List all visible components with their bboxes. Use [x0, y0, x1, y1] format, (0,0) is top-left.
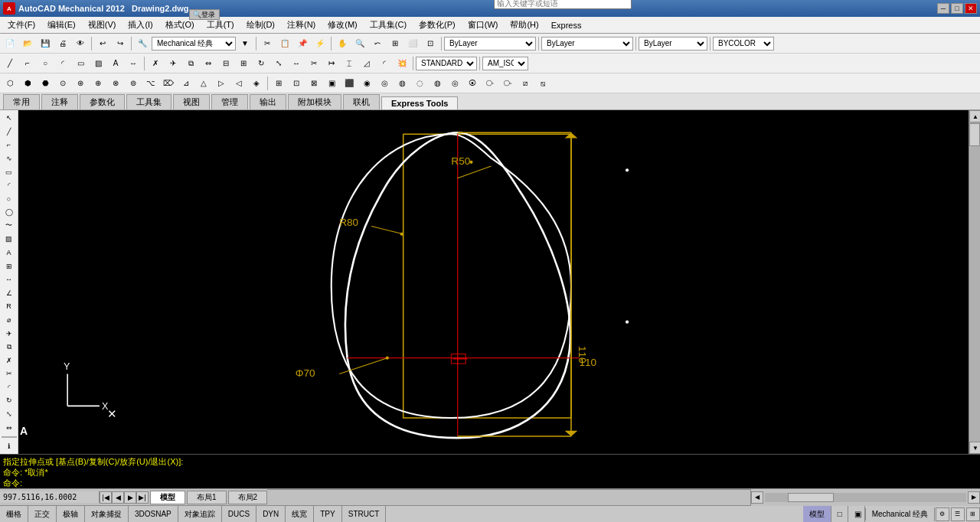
lt-spline[interactable]: 〜 [2, 220, 17, 233]
tb-zoom-win[interactable]: ⬜ [404, 35, 421, 52]
tb3-3[interactable]: ⬣ [37, 75, 54, 92]
sheet-nav-first[interactable]: |◀ [100, 491, 112, 504]
workspace-indicator[interactable]: Mechanical 经典 [865, 508, 934, 520]
tb3-30[interactable]: ⧄ [517, 75, 534, 92]
menu-file[interactable]: 文件(F) [2, 18, 41, 32]
tab-express-tools[interactable]: Express Tools [381, 96, 458, 109]
lt-text[interactable]: A [2, 246, 17, 259]
lt-3[interactable]: ∿ [2, 152, 17, 165]
status-ducs[interactable]: DUCS [222, 506, 256, 522]
tb2-move[interactable]: ✈ [165, 55, 181, 72]
menu-view[interactable]: 视图(V) [82, 18, 122, 32]
tb2-trim[interactable]: ✂ [305, 55, 322, 72]
tb2-break[interactable]: ⌶ [341, 55, 358, 72]
color-select[interactable]: BYCOLOR [713, 37, 774, 51]
horizontal-scrollbar[interactable]: ◀ ▶ [750, 489, 980, 506]
status-icon-1[interactable]: ⚙ [936, 507, 949, 521]
tb-plot-preview[interactable]: 👁 [72, 35, 89, 52]
lt-trim[interactable]: ✂ [2, 367, 17, 380]
status-lineweight[interactable]: 线宽 [286, 506, 314, 522]
tb3-23[interactable]: ◍ [394, 75, 410, 92]
lt-erase[interactable]: ✗ [2, 354, 17, 367]
status-ortho[interactable]: 正交 [28, 506, 57, 522]
tab-connect[interactable]: 联机 [343, 94, 380, 109]
hscroll-right[interactable]: ▶ [968, 491, 980, 504]
status-dyn[interactable]: DYN [256, 506, 286, 522]
lt-dim-linear[interactable]: ↔ [2, 273, 17, 286]
layer-select[interactable]: ByLayer [444, 37, 536, 51]
status-otrack[interactable]: 对象追踪 [178, 506, 222, 522]
tb3-27[interactable]: ⦿ [464, 75, 481, 92]
tb3-13[interactable]: ▷ [213, 75, 230, 92]
lineweight-select[interactable]: ByLayer [639, 37, 707, 51]
tb-zoom-prev[interactable]: ⤺ [369, 35, 386, 52]
lt-hatch[interactable]: ▨ [2, 233, 17, 246]
tb2-rect[interactable]: ▭ [72, 55, 89, 72]
tb2-explode[interactable]: 💥 [394, 55, 410, 72]
menu-format[interactable]: 格式(O) [159, 18, 201, 32]
tb3-10[interactable]: ⌦ [160, 75, 177, 92]
tb2-rotate[interactable]: ↻ [253, 55, 270, 72]
tab-tools[interactable]: 工具集 [126, 94, 172, 109]
tb3-8[interactable]: ⊚ [125, 75, 142, 92]
maximize-button[interactable]: □ [951, 3, 963, 14]
tb2-mirror[interactable]: ⇔ [200, 55, 217, 72]
tb2-extend[interactable]: ↦ [323, 55, 340, 72]
lt-rotate[interactable]: ↻ [2, 394, 17, 407]
tb2-array[interactable]: ⊞ [235, 55, 252, 72]
linetype-select[interactable]: ByLayer [541, 37, 633, 51]
menu-edit[interactable]: 编辑(E) [41, 18, 82, 32]
search-input[interactable] [494, 0, 632, 9]
command-input[interactable] [24, 478, 178, 488]
menu-draw[interactable]: 绘制(D) [240, 18, 281, 32]
tb2-chamfer[interactable]: ◿ [358, 55, 375, 72]
tb3-17[interactable]: ⊡ [288, 75, 305, 92]
sheet-nav-next[interactable]: ▶ [124, 491, 136, 504]
lt-dim-diameter[interactable]: ⌀ [2, 314, 17, 327]
tb2-copy2[interactable]: ⧉ [182, 55, 199, 72]
status-model[interactable]: 模型 [803, 506, 831, 522]
tb3-24[interactable]: ◌ [411, 75, 428, 92]
tb2-circle[interactable]: ○ [37, 55, 54, 72]
lt-arc[interactable]: ◜ [2, 179, 17, 192]
tb-zoom[interactable]: 🔍 [351, 35, 368, 52]
tb3-15[interactable]: ◈ [248, 75, 265, 92]
lt-mirror[interactable]: ⇔ [2, 421, 17, 434]
tb3-12[interactable]: △ [195, 75, 212, 92]
tb-zoom-ext[interactable]: ⊞ [387, 35, 403, 52]
tb3-7[interactable]: ⊗ [107, 75, 124, 92]
tab-view[interactable]: 视图 [173, 94, 210, 109]
tb2-line[interactable]: ╱ [2, 55, 18, 72]
tb3-6[interactable]: ⊕ [90, 75, 106, 92]
tb2-offset[interactable]: ⊟ [217, 55, 234, 72]
status-grid[interactable]: 栅格 [0, 506, 28, 522]
right-scrollbar[interactable]: ▲ ▼ [969, 110, 980, 454]
tb-new[interactable]: 📄 [2, 35, 18, 52]
lt-insert[interactable]: ⊞ [2, 259, 17, 272]
menu-help[interactable]: 帮助(H) [504, 18, 544, 32]
lt-copy[interactable]: ⧉ [2, 341, 17, 354]
hscroll-thumb[interactable] [788, 493, 834, 502]
status-osnap[interactable]: 对象捕捉 [85, 506, 129, 522]
tb-undo[interactable]: ↩ [94, 35, 111, 52]
menu-window[interactable]: 窗口(W) [462, 18, 505, 32]
tb3-26[interactable]: ◎ [446, 75, 463, 92]
tb3-19[interactable]: ▣ [323, 75, 340, 92]
tb-matchprop[interactable]: ⚡ [312, 35, 328, 52]
tb2-pline[interactable]: ⌐ [19, 55, 36, 72]
tb2-arc[interactable]: ◜ [54, 55, 71, 72]
lt-rect[interactable]: ▭ [2, 165, 17, 178]
lt-dim-angular[interactable]: ∠ [2, 287, 17, 300]
tb3-9[interactable]: ⌥ [142, 75, 159, 92]
tb-open[interactable]: 📂 [19, 35, 36, 52]
status-paper[interactable]: □ [831, 506, 848, 522]
close-button[interactable]: ✕ [965, 3, 977, 14]
tb3-25[interactable]: ◍ [429, 75, 446, 92]
status-icon-2[interactable]: ☰ [951, 507, 965, 521]
tab-manage[interactable]: 管理 [211, 94, 248, 109]
tb3-5[interactable]: ⊛ [72, 75, 89, 92]
lt-move[interactable]: ✈ [2, 327, 17, 340]
tb-redo[interactable]: ↪ [112, 35, 129, 52]
lt-pline[interactable]: ⌐ [2, 139, 17, 152]
scroll-thumb[interactable] [969, 123, 980, 146]
